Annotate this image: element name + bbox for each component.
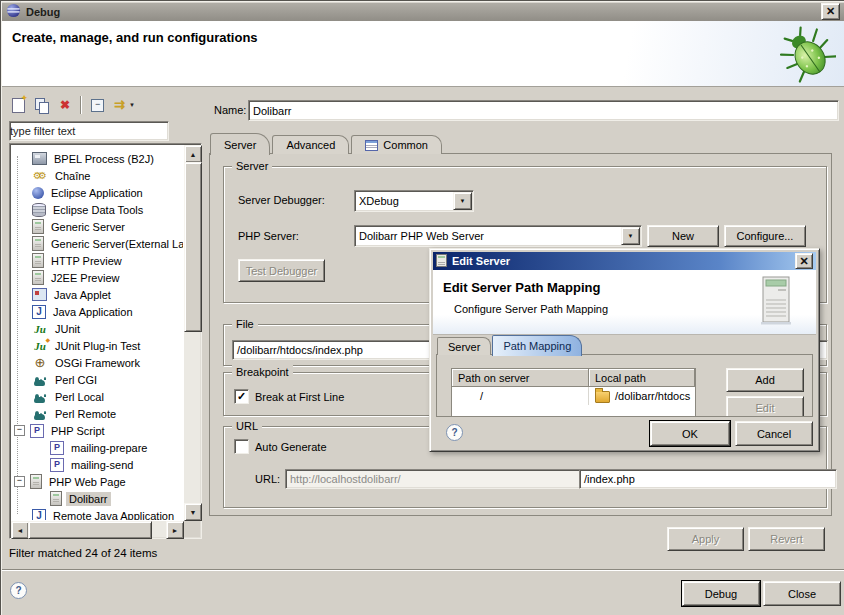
window-titlebar[interactable]: Debug ✕	[2, 2, 844, 21]
duplicate-configuration-button[interactable]	[32, 94, 53, 116]
php-server-select[interactable]: Dolibarr PHP Web Server ▼	[354, 225, 642, 247]
server-icon	[50, 491, 62, 506]
check-icon: ✓	[237, 391, 246, 401]
tree-item-perl-cgi[interactable]: Perl CGI	[11, 371, 183, 388]
tree-item-http-preview[interactable]: HTTP Preview	[11, 252, 183, 269]
path-on-server-cell: /	[452, 387, 589, 405]
tree-item-mailing-send[interactable]: mailing-send	[11, 456, 183, 473]
test-debugger-button[interactable]: Test Debugger	[238, 259, 325, 282]
tree-item-perl-local[interactable]: Perl Local	[11, 388, 183, 405]
tree-item-generic-server-external-la[interactable]: Generic Server(External La	[11, 235, 183, 252]
filter-input[interactable]	[10, 122, 168, 140]
toolbar-separator	[80, 96, 81, 114]
url-base-input[interactable]: http://localhostdolibarr/	[285, 469, 583, 489]
server-icon	[30, 474, 42, 489]
local-path-value: /dolibarr/htdocs	[615, 390, 690, 402]
column-path-on-server[interactable]: Path on server	[452, 369, 589, 387]
tree-horizontal-scrollbar[interactable]: ◄ ►	[11, 521, 184, 537]
junit-plugin-icon	[32, 339, 48, 353]
name-label: Name:	[214, 104, 246, 116]
url-base-value: http://localhostdolibarr/	[290, 473, 401, 485]
ok-button[interactable]: OK	[650, 421, 730, 446]
collapse-toggle-icon[interactable]: −	[14, 476, 25, 487]
tab-server[interactable]: Server	[210, 133, 270, 155]
tree-item-label: BPEL Process (B2J)	[51, 152, 157, 166]
dialog-tab-path-mapping[interactable]: Path Mapping	[492, 335, 582, 356]
scroll-left-button[interactable]: ◄	[11, 521, 29, 539]
tree-item-dolibarr[interactable]: Dolibarr	[11, 490, 183, 507]
dialog-help-button[interactable]: ?	[446, 424, 463, 441]
new-configuration-button[interactable]	[9, 94, 28, 116]
dropdown-button[interactable]: ▼	[453, 192, 472, 210]
tree-item-mailing-prepare[interactable]: mailing-prepare	[11, 439, 183, 456]
scroll-down-button[interactable]: ▼	[184, 503, 202, 521]
delete-configuration-button[interactable]: ✖	[57, 94, 73, 116]
tab-advanced[interactable]: Advanced	[272, 135, 349, 154]
filter-status: Filter matched 24 of 24 items	[9, 547, 157, 559]
tree-item-label: PHP Web Page	[46, 475, 129, 489]
revert-button[interactable]: Revert	[748, 527, 825, 551]
scroll-up-button[interactable]: ▲	[184, 145, 202, 163]
dialog-titlebar[interactable]: Edit Server ✕	[433, 252, 816, 270]
tree-item-eclipse-data-tools[interactable]: Eclipse Data Tools	[11, 201, 183, 218]
break-first-line-checkbox[interactable]: ✓	[234, 389, 249, 404]
new-server-button[interactable]: New	[647, 225, 719, 247]
edit-mapping-button[interactable]: Edit	[726, 396, 804, 417]
collapse-toggle-icon[interactable]: −	[14, 425, 25, 436]
horizontal-scroll-thumb[interactable]	[28, 521, 152, 539]
cancel-button[interactable]: Cancel	[735, 421, 813, 446]
tree-item-perl-remote[interactable]: Perl Remote	[11, 405, 183, 422]
column-local-path[interactable]: Local path	[589, 369, 695, 387]
dialog-tab-server[interactable]: Server	[437, 337, 491, 355]
chevron-down-icon: ▼	[129, 102, 135, 108]
scroll-right-button[interactable]: ►	[166, 521, 184, 539]
configure-server-button[interactable]: Configure...	[724, 225, 806, 247]
tab-label: Common	[383, 139, 428, 151]
tree-item-java-application[interactable]: Java Application	[11, 303, 183, 320]
tree-item-php-web-page[interactable]: −PHP Web Page	[11, 473, 183, 490]
tree-item-junit[interactable]: JUnit	[11, 320, 183, 337]
config-tree: BPEL Process (B2J)ChaîneEclipse Applicat…	[9, 143, 202, 539]
eclipse-app-icon	[32, 187, 44, 199]
dropdown-button[interactable]: ▼	[621, 227, 640, 245]
tree-item-osgi-framework[interactable]: OSGi Framework	[11, 354, 183, 371]
help-button[interactable]: ?	[10, 582, 27, 599]
url-path-input[interactable]: /index.php	[579, 469, 837, 489]
apply-button[interactable]: Apply	[667, 527, 744, 551]
tree-item-eclipse-application[interactable]: Eclipse Application	[11, 184, 183, 201]
tree-item-junit-plug-in-test[interactable]: JUnit Plug-in Test	[11, 337, 183, 354]
eclipse-icon	[6, 3, 21, 20]
add-mapping-button[interactable]: Add	[726, 368, 804, 392]
table-header-row: Path on server Local path	[452, 369, 695, 387]
window-close-button[interactable]: ✕	[821, 3, 840, 20]
url-label: URL:	[255, 473, 280, 485]
tab-common[interactable]: Common	[351, 135, 442, 154]
perl-icon	[32, 390, 48, 404]
edit-server-dialog: Edit Server ✕ Edit Server Path Mapping C…	[429, 248, 820, 452]
tree-item-label: Dolibarr	[66, 492, 111, 506]
config-tree-rows: BPEL Process (B2J)ChaîneEclipse Applicat…	[11, 145, 183, 520]
auto-generate-checkbox[interactable]	[234, 439, 249, 454]
filter-icon: ⇉	[114, 98, 125, 112]
dialog-close-button[interactable]: ✕	[795, 253, 813, 269]
tree-vertical-scrollbar[interactable]: ▲ ▼	[184, 145, 200, 521]
page-title: Create, manage, and run configurations	[12, 30, 258, 45]
tree-item-bpel-process-b2j[interactable]: BPEL Process (B2J)	[11, 150, 183, 167]
filter-configurations-button[interactable]: ⇉ ▼	[111, 94, 138, 116]
name-input[interactable]: Dolibarr	[248, 100, 839, 121]
sidebar-toolbar: ✖ − ⇉ ▼	[9, 93, 138, 117]
collapse-all-button[interactable]: −	[88, 94, 107, 116]
tree-item-java-applet[interactable]: Java Applet	[11, 286, 183, 303]
tree-item-generic-server[interactable]: Generic Server	[11, 218, 183, 235]
tree-item-remote-java-application[interactable]: Remote Java Application	[11, 507, 183, 520]
close-button[interactable]: Close	[763, 581, 841, 606]
tree-item-cha-ne[interactable]: Chaîne	[11, 167, 183, 184]
server-debugger-select[interactable]: XDebug ▼	[354, 190, 474, 212]
vertical-scroll-thumb[interactable]	[184, 162, 202, 332]
table-row[interactable]: / /dolibarr/htdocs	[452, 387, 695, 405]
window-title: Debug	[26, 6, 821, 18]
debug-button[interactable]: Debug	[682, 581, 760, 606]
server-icon	[32, 219, 44, 234]
tree-item-j2ee-preview[interactable]: J2EE Preview	[11, 269, 183, 286]
tree-item-php-script[interactable]: −PHP Script	[11, 422, 183, 439]
